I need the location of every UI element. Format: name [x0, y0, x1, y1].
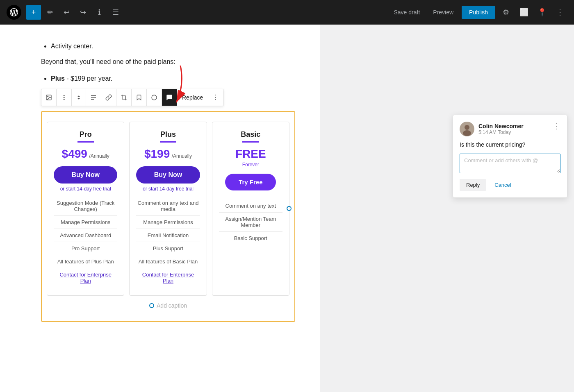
basic-plan-price: FREE Forever: [219, 147, 282, 168]
pro-feature-3: Advanced Dashboard: [54, 229, 117, 242]
crop-btn[interactable]: [116, 89, 132, 106]
comment-actions: Reply Cancel: [460, 179, 560, 191]
list-view-button[interactable]: ☰: [108, 5, 123, 20]
pro-trial-link[interactable]: or start 14-day free trial: [54, 186, 117, 192]
basic-plan-card: Basic FREE Forever Try Free Comment on a…: [212, 122, 289, 296]
align-btn[interactable]: [86, 89, 101, 106]
caption-dot-icon: [149, 303, 154, 308]
basic-features-list: Comment on any text Assign/Mention Team …: [219, 199, 282, 245]
plus-bold: Plus: [51, 75, 65, 82]
pro-price-period: /Annually: [89, 153, 109, 159]
plus-rest: - $199 per year.: [65, 75, 113, 82]
top-bar-right: Save draft Preview Publish ⚙ ⬜ 📍 ⋮: [389, 5, 567, 20]
location-icon[interactable]: 📍: [535, 5, 549, 20]
svg-point-5: [64, 97, 65, 98]
pen-tool-button[interactable]: ✏: [43, 5, 57, 20]
red-arrow: [156, 66, 189, 116]
comment-menu-icon[interactable]: ⋮: [553, 122, 560, 131]
plus-feature-2: Manage Permissions: [136, 216, 200, 229]
plus-feature-4: Plus Support: [136, 242, 200, 255]
info-button[interactable]: ℹ: [92, 5, 107, 20]
more-options-icon[interactable]: ⋮: [553, 5, 567, 20]
pro-feature-6: Contact for Enterprise Plan: [54, 268, 117, 287]
wordpress-logo[interactable]: [7, 5, 21, 20]
basic-plan-name: Basic: [219, 130, 282, 139]
svg-point-2: [63, 95, 64, 96]
plus-price-period: /Annually: [172, 153, 192, 159]
publish-button[interactable]: Publish: [462, 6, 495, 19]
plus-plan-name: Plus: [136, 130, 200, 139]
avatar: [460, 122, 474, 136]
reply-button[interactable]: Reply: [460, 179, 486, 191]
comment-panel: Colin Newcomer 5:14 AM Today ⋮ Is this t…: [453, 115, 567, 198]
plus-features-list: Comment on any text and media Manage Per…: [136, 197, 200, 287]
basic-price-value: FREE: [219, 147, 282, 161]
plus-trial-link[interactable]: or start 14-day free trial: [136, 186, 200, 192]
pro-enterprise-link[interactable]: Contact for Enterprise Plan: [59, 272, 111, 284]
plus-plan-price: $199 /Annually: [136, 147, 200, 161]
basic-feature-3: Basic Support: [219, 232, 282, 245]
basic-feature-2: Assign/Mention Team Member: [219, 213, 282, 232]
comment-header: Colin Newcomer 5:14 AM Today ⋮: [460, 122, 560, 136]
plus-buy-now-btn[interactable]: Buy Now: [136, 166, 200, 184]
comment-input[interactable]: [460, 154, 560, 173]
pricing-grid: Pro $499 /Annually Buy Now or start 14-d…: [47, 122, 289, 296]
plus-feature-5: All features of Basic Plan: [136, 255, 200, 268]
cancel-button[interactable]: Cancel: [490, 179, 516, 191]
editor-area: Activity center. Beyond that, you'll nee…: [0, 25, 320, 392]
image-icon-btn[interactable]: [41, 89, 57, 106]
comment-time: 5:14 AM Today: [478, 129, 524, 135]
pro-feature-1: Suggestion Mode (Track Changes): [54, 197, 117, 216]
move-up-down-btn[interactable]: [72, 89, 86, 106]
preview-button[interactable]: Preview: [428, 7, 458, 18]
top-bar-left: + ✏ ↩ ↪ ℹ ☰: [7, 5, 123, 20]
pricing-table-container: Pro $499 /Annually Buy Now or start 14-d…: [41, 111, 295, 322]
plus-feature-1: Comment on any text and media: [136, 197, 200, 216]
plus-plan-card: Plus $199 /Annually Buy Now or start 14-…: [129, 122, 207, 296]
editor-view-icon[interactable]: ⬜: [517, 5, 531, 20]
basic-price-period: Forever: [242, 162, 259, 168]
pro-plan-divider: [77, 141, 94, 143]
svg-point-4: [63, 97, 64, 98]
comment-text: Is this the current pricing?: [460, 141, 560, 148]
save-draft-button[interactable]: Save draft: [389, 7, 425, 18]
pro-plan-name: Pro: [54, 130, 117, 139]
redo-button[interactable]: ↪: [75, 5, 90, 20]
svg-rect-10: [91, 99, 94, 100]
plus-feature-6: Contact for Enterprise Plan: [136, 268, 200, 287]
undo-button[interactable]: ↩: [59, 5, 74, 20]
svg-rect-9: [91, 97, 96, 97]
plus-plan-divider: [160, 141, 176, 143]
pro-buy-now-btn[interactable]: Buy Now: [54, 166, 117, 184]
svg-rect-8: [91, 95, 96, 95]
top-bar: + ✏ ↩ ↪ ℹ ☰ Save draft Preview Publish ⚙…: [0, 0, 574, 25]
add-caption-label: Add caption: [157, 302, 187, 309]
bullet-item-activity: Activity center.: [51, 41, 295, 52]
basic-plan-divider: [242, 141, 259, 143]
author-info: Colin Newcomer 5:14 AM Today: [478, 123, 524, 135]
svg-point-14: [465, 125, 469, 130]
basic-feature-1: Comment on any text: [219, 199, 282, 213]
basic-try-free-btn[interactable]: Try Free: [225, 174, 276, 190]
pro-feature-2: Manage Permissions: [54, 216, 117, 229]
pro-feature-5: All features of Plus Plan: [54, 255, 117, 268]
settings-icon[interactable]: ⚙: [499, 5, 513, 20]
bookmark-btn[interactable]: [132, 89, 147, 106]
svg-point-6: [63, 99, 64, 100]
plus-enterprise-link[interactable]: Contact for Enterprise Plan: [142, 272, 194, 284]
more-options-btn[interactable]: ⋮: [208, 89, 223, 106]
link-btn[interactable]: [101, 89, 116, 106]
add-caption-area[interactable]: Add caption: [47, 302, 289, 309]
author-name: Colin Newcomer: [478, 123, 524, 129]
plus-price-value: $199: [144, 147, 170, 160]
pro-features-list: Suggestion Mode (Track Changes) Manage P…: [54, 197, 117, 287]
resize-handle[interactable]: [287, 206, 292, 211]
pro-feature-4: Pro Support: [54, 242, 117, 255]
drag-handle-btn[interactable]: [57, 89, 72, 106]
comment-author: Colin Newcomer 5:14 AM Today: [460, 122, 524, 136]
add-block-button[interactable]: +: [26, 5, 41, 20]
pro-price-value: $499: [62, 147, 87, 160]
plus-feature-3: Email Notification: [136, 229, 200, 242]
svg-point-1: [48, 96, 48, 97]
svg-point-15: [463, 130, 471, 136]
